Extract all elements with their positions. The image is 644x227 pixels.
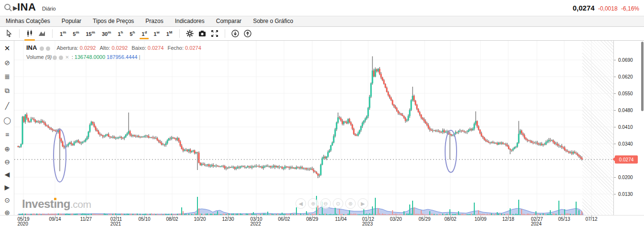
clone-icon[interactable]: ⧉ [0,85,14,96]
zoom-in-icon[interactable]: ⊕ [0,144,14,154]
drawing-tools-sidebar: ✕⊘≣⧉╱◯≡⊕⊖◀▶⊙⊛ [0,41,14,215]
legend-symbol: INA [26,44,37,51]
toolbar-separator [19,29,20,38]
timeframe-5m[interactable]: 5m [69,28,82,39]
cursor-icon[interactable] [3,27,15,40]
remove-drawings-icon[interactable]: ✕ [0,43,14,54]
timeframe-30m[interactable]: 30m [98,28,114,39]
time-axis-label: 02/272024 [531,217,543,227]
price-change-pct: -6,16% [621,5,639,12]
timeframe-1d[interactable]: 1d [138,28,150,39]
menu-item-tipos-de-pre-os[interactable]: Tipos de Preços [87,16,140,26]
volume-label: Volume [26,54,44,60]
legend-field-label: Abertura: [56,45,78,51]
header: ▶ INA Diário 0,0274 -0,0018 -6,16% [0,0,644,16]
load-upload-icon[interactable] [241,27,254,40]
time-axis-label: 03/20 [390,217,402,222]
zoom-reset-button[interactable]: ⊛ [345,198,356,209]
price-axis-label: 0.0620 [618,74,633,79]
legend-field-label: Fecho: [167,45,184,51]
zoom-out-button[interactable]: ⊖ [320,198,331,209]
zoom-select-icon[interactable]: ⊙ [0,195,14,205]
zoom-in-button[interactable]: ⊕ [308,198,318,209]
time-axis-label: 08/02 [444,217,456,222]
chart-application: ▶ INA Diário 0,0274 -0,0018 -6,16% Minha… [0,0,644,227]
pan-left-icon[interactable]: ◀ [0,169,14,180]
search-icon[interactable] [4,3,12,12]
ellipse-tool-icon[interactable]: ◯ [0,115,14,125]
timeframe-label: Diário [42,6,56,11]
menu-item-sobre-o-gr-fico[interactable]: Sobre o Gráfico [247,16,299,26]
volume-remove-icon[interactable]: ✕ [65,55,69,60]
price-axis-tickmark [614,127,616,127]
time-axis[interactable]: 05/19202009/1411/2702/11202105/1008/0210… [0,215,644,227]
price-axis-tickmark [614,77,616,77]
timeframe-1M[interactable]: 1M [163,28,176,39]
pan-right-button[interactable]: ▶ [358,198,368,209]
timeframe-5h[interactable]: 5h [126,28,138,39]
timeframe-1m[interactable]: 1m [56,28,69,39]
menu-item-minhas-cota-es[interactable]: Minhas Cotações [0,16,56,26]
time-axis-label: 09/14 [49,217,61,222]
settings-icon[interactable] [184,27,196,40]
time-axis-label: 11/27 [80,217,92,222]
pan-right-icon[interactable]: ▶ [0,182,14,193]
toolbar-separator [52,29,53,38]
volume-settings-icon[interactable] [59,56,63,60]
trend-line-icon[interactable]: ╱ [0,101,14,111]
fib-lines-icon[interactable]: ≡ [0,129,14,140]
time-axis-label: 05/13 [558,217,570,222]
zoom-select-button[interactable]: ⊙ [333,198,343,209]
fullscreen-icon[interactable] [208,27,221,40]
deselect-cursor-icon[interactable]: ⊘ [0,57,14,68]
time-axis-label: 11/04 [335,217,347,222]
symbol-title: INA [17,1,36,13]
time-axis-label: 05/192020 [17,217,29,227]
price-axis-label: 0.0690 [618,57,633,63]
settings-small-icon[interactable] [46,46,50,51]
price-axis-tickmark [614,60,616,60]
price-axis-label: 0.0410 [618,125,633,130]
screenshot-icon[interactable] [196,27,208,40]
legend-field-label: Baixo: [131,45,146,51]
timeframe-1h[interactable]: 1h [114,28,126,39]
timeframe-1w[interactable]: 1w [150,28,163,39]
price-axis[interactable]: 0.06900.06200.05500.04800.04100.03400.02… [613,41,644,215]
save-download-icon[interactable] [229,27,241,40]
price-axis-label: 0.0130 [618,192,633,197]
price-change: -0,0018 [598,5,618,12]
menu-item-comparar[interactable]: Comparar [210,16,247,26]
time-axis-label: 02/112021 [110,217,122,227]
price-axis-tickmark [614,177,616,178]
vertical-scrollbar[interactable] [641,42,644,111]
legend-field-value: 0.0292 [78,45,96,51]
volume-visibility-icon[interactable] [53,56,57,60]
zoom-out-icon[interactable]: ⊖ [0,157,14,167]
measure-icon[interactable]: ≣ [0,71,14,82]
time-axis-label: 10/09 [474,217,486,222]
time-axis-label: 03/102022 [250,217,262,227]
candlestick-chart[interactable] [14,41,613,215]
price-axis-tickmark [614,194,616,194]
pan-left-button[interactable]: ◀ [295,198,306,209]
menu-item-indicadores[interactable]: Indicadores [169,16,210,26]
menu-item-prazos[interactable]: Prazos [140,16,169,26]
price-axis-label: 0.0200 [618,175,633,180]
time-axis-label: 12/30 [222,217,234,222]
time-axis-label: 05/10 [138,217,150,222]
chart-toolbar: 1m5m15m30m1h5h1d1w1M [0,27,644,41]
timeframe-15m[interactable]: 15m [83,28,98,39]
chart-area[interactable]: INA Abertura: 0.0292Alto: 0.0292Baixo: 0… [14,41,613,215]
time-axis-label: 07/12 [585,217,597,222]
time-axis-label: 08/02 [166,217,178,222]
candlestick-chart-icon[interactable] [23,27,36,40]
area-chart-icon[interactable] [36,27,48,40]
price-axis-tickmark [614,144,616,144]
visibility-icon[interactable] [40,46,44,51]
volume-param: (9) [45,54,52,60]
time-axis-label: 05/29 [418,217,430,222]
price-axis-label: 0.0340 [618,141,633,147]
menu-item-popular[interactable]: Popular [56,16,87,26]
toolbar-separator [179,29,180,38]
legend-field-label: Alto: [99,45,110,51]
